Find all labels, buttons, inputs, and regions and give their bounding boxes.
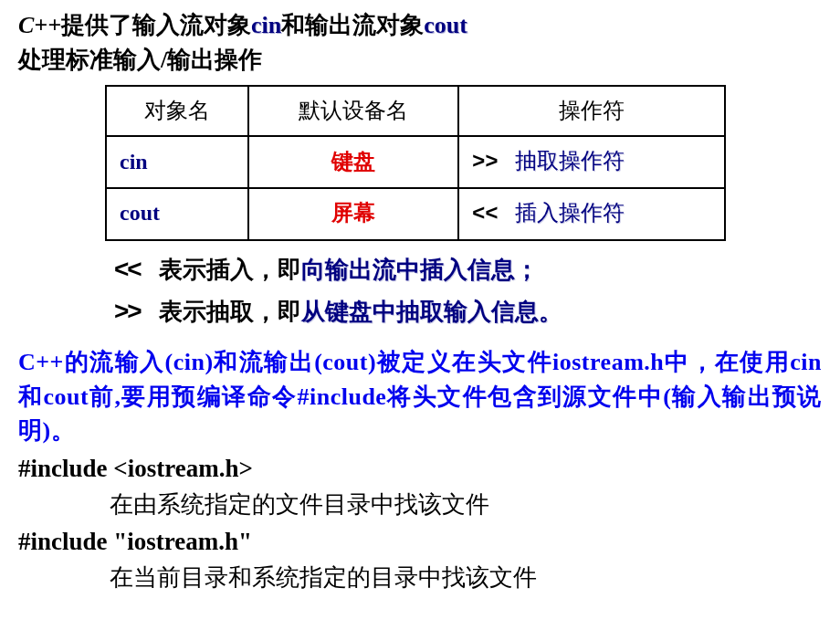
header-operator: 操作符 xyxy=(458,86,725,137)
op-symbol-insert: << xyxy=(472,202,499,226)
operator-insert: <<插入操作符 xyxy=(458,188,725,240)
obj-name-cin: cin xyxy=(106,136,248,188)
header-object: 对象名 xyxy=(106,86,248,137)
device-screen: 屏幕 xyxy=(331,201,375,225)
extract-text-a: 表示抽取，即 xyxy=(159,299,301,325)
insert-explain-line: <<表示插入，即向输出流中插入信息； xyxy=(114,248,822,290)
table-row: cin 键盘 >>抽取操作符 xyxy=(106,136,725,188)
title-text-1a: 提供了输入流对象 xyxy=(61,12,251,38)
include-quote-code: #include "iostream.h" xyxy=(18,525,822,560)
cin-label: cin xyxy=(251,12,281,38)
insert-text-b: 向输出流中插入信息； xyxy=(301,257,539,283)
title-line-1: C++提供了输入流对象cin和输出流对象cout xyxy=(18,9,822,42)
op-desc-extract: 抽取操作符 xyxy=(515,149,625,173)
table-row: cout 屏幕 <<插入操作符 xyxy=(106,188,725,240)
title-text-1b: 和输出流对象 xyxy=(281,12,424,38)
insert-op-icon: << xyxy=(114,255,141,283)
extract-op-icon: >> xyxy=(114,297,141,325)
extract-explain-line: >>表示抽取，即从键盘中抽取输入信息。 xyxy=(114,290,822,332)
obj-name-cout: cout xyxy=(106,188,248,240)
device-keyboard: 键盘 xyxy=(331,150,375,173)
include-angle-code: #include <iostream.h> xyxy=(18,452,822,487)
iostream-description: C++的流输入(cin)和流输出(cout)被定义在头文件iostream.h中… xyxy=(18,345,822,448)
operator-explanation: <<表示插入，即向输出流中插入信息； >>表示抽取，即从键盘中抽取输入信息。 xyxy=(114,248,822,332)
insert-text-a: 表示插入，即 xyxy=(159,257,301,283)
include-quote-note: 在当前目录和系统指定的目录中找该文件 xyxy=(110,562,822,594)
io-objects-table: 对象名 默认设备名 操作符 cin 键盘 >>抽取操作符 cout 屏幕 <<插… xyxy=(105,85,726,241)
operator-extract: >>抽取操作符 xyxy=(458,136,725,188)
table-header-row: 对象名 默认设备名 操作符 xyxy=(106,86,725,137)
op-desc-insert: 插入操作符 xyxy=(515,201,625,225)
cpp-label: C++ xyxy=(18,12,61,38)
title-line-2: 处理标准输入/输出操作 xyxy=(18,44,822,77)
cout-label: cout xyxy=(424,12,467,38)
op-symbol-extract: >> xyxy=(472,150,499,174)
header-device: 默认设备名 xyxy=(248,86,457,137)
include-angle-note: 在由系统指定的文件目录中找该文件 xyxy=(110,488,822,521)
extract-text-b: 从键盘中抽取输入信息。 xyxy=(301,299,562,325)
